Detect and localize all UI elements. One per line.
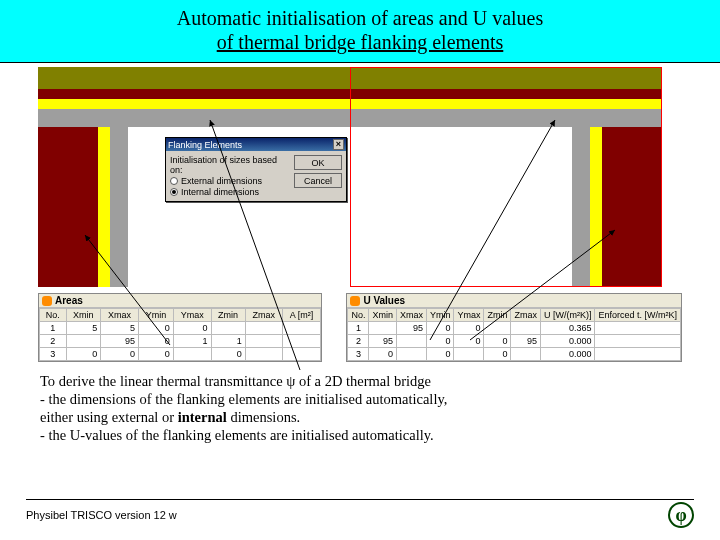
areas-icon	[42, 296, 52, 306]
radio-external[interactable]: External dimensions	[170, 176, 290, 186]
radio-external-label: External dimensions	[181, 176, 262, 186]
title-line2: of thermal bridge flanking elements	[217, 31, 504, 53]
cancel-button[interactable]: Cancel	[294, 173, 342, 188]
model-right	[350, 67, 662, 287]
radio-internal-label: Internal dimensions	[181, 187, 259, 197]
figure-row: Flanking Elements × Initialisation of si…	[0, 67, 720, 287]
tables-row: Areas No.XminXmaxYminYmaxZminZmaxA [m²] …	[0, 287, 720, 362]
red-selection-box	[350, 67, 662, 287]
table-row[interactable]: 195000.365	[348, 322, 681, 335]
psi-symbol: ψ	[286, 373, 295, 389]
areas-panel: Areas No.XminXmaxYminYmaxZminZmaxA [m²] …	[38, 293, 322, 362]
areas-table: No.XminXmaxYminYmaxZminZmaxA [m²] 155002…	[39, 308, 321, 361]
dialog-titlebar: Flanking Elements ×	[166, 138, 346, 151]
radio-internal[interactable]: Internal dimensions	[170, 187, 290, 197]
physibel-logo: φ	[668, 502, 694, 528]
uvalues-icon	[350, 296, 360, 306]
footer-text: Physibel TRISCO version 12 w	[26, 509, 177, 521]
uvalues-table: No.XminXmaxYminYmaxZminZmaxU [W/(m²K)]En…	[347, 308, 681, 361]
dialog-group-label: Initialisation of sizes based on:	[170, 155, 290, 175]
table-row[interactable]: 30000.000	[348, 348, 681, 361]
areas-caption: Areas	[55, 295, 83, 306]
table-row[interactable]: 295011	[40, 335, 321, 348]
flanking-elements-dialog: Flanking Elements × Initialisation of si…	[165, 137, 347, 202]
uvalues-panel: U Values No.XminXmaxYminYmaxZminZmaxU [W…	[346, 293, 682, 362]
footer: Physibel TRISCO version 12 w φ	[26, 499, 694, 528]
title-line1: Automatic initialisation of areas and U …	[177, 7, 544, 29]
close-icon[interactable]: ×	[333, 139, 344, 150]
table-row[interactable]: 295000950.000	[348, 335, 681, 348]
notes: To derive the linear thermal transmittan…	[0, 362, 720, 445]
dialog-title: Flanking Elements	[168, 140, 242, 150]
table-row[interactable]: 15500	[40, 322, 321, 335]
slide-title: Automatic initialisation of areas and U …	[0, 0, 720, 63]
uvalues-caption: U Values	[363, 295, 405, 306]
ok-button[interactable]: OK	[294, 155, 342, 170]
table-row[interactable]: 30000	[40, 348, 321, 361]
